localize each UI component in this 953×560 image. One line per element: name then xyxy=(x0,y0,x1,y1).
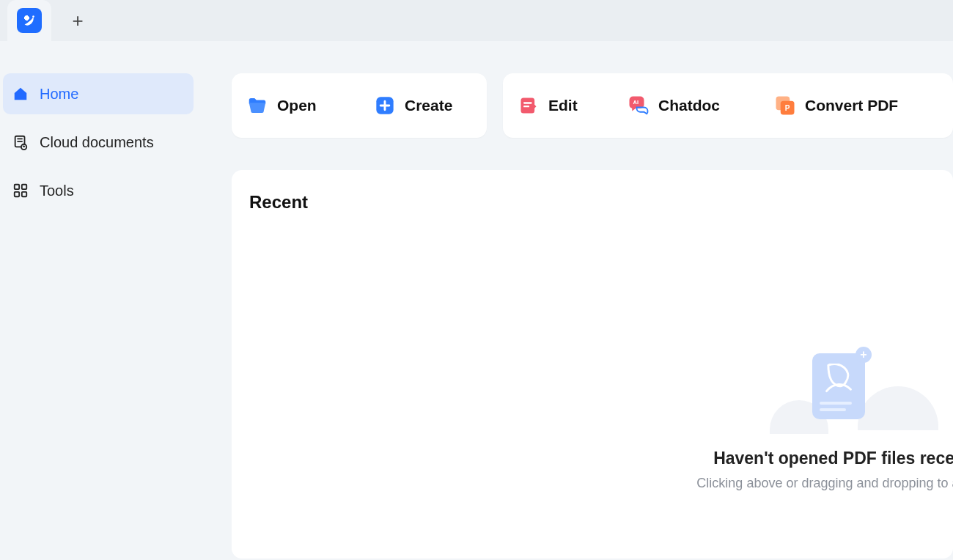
svg-rect-4 xyxy=(15,185,19,189)
sidebar-item-tools[interactable]: Tools xyxy=(3,170,194,211)
action-label: Create xyxy=(405,97,452,114)
sidebar-item-cloud-documents[interactable]: Cloud documents xyxy=(3,122,194,163)
svg-rect-7 xyxy=(22,192,26,196)
sidebar-item-label: Cloud documents xyxy=(40,134,154,151)
sidebar-item-label: Tools xyxy=(40,183,74,199)
plus-icon: + xyxy=(72,10,83,32)
app-logo-icon xyxy=(17,8,42,33)
titlebar: + xyxy=(0,0,953,41)
chatdoc-button[interactable]: AI Chatdoc xyxy=(613,73,759,138)
cloud-documents-icon xyxy=(12,133,29,151)
tab-app-home[interactable] xyxy=(7,0,51,41)
svg-text:P: P xyxy=(785,104,790,112)
svg-rect-5 xyxy=(22,185,26,189)
empty-subtext: Clicking above or dragging and dropping … xyxy=(585,476,953,491)
folder-open-icon xyxy=(246,95,268,117)
empty-illustration: + xyxy=(776,353,922,434)
tools-icon xyxy=(12,182,29,199)
edit-button[interactable]: Edit xyxy=(503,73,613,138)
action-card-file: Open Create xyxy=(232,73,487,138)
sidebar: Home Cloud documents Tools xyxy=(0,41,199,560)
chatdoc-icon: AI xyxy=(628,95,650,117)
action-label: Chatdoc xyxy=(658,97,720,114)
pdf-add-icon: + xyxy=(812,353,865,419)
svg-text:AI: AI xyxy=(633,99,639,106)
action-label: Convert PDF xyxy=(805,97,898,114)
action-row: Open Create Edit xyxy=(232,73,953,138)
empty-heading: Haven't opened PDF files recently xyxy=(585,449,953,468)
open-button[interactable]: Open xyxy=(232,73,359,138)
recent-empty-state[interactable]: + Haven't opened PDF files recently Clic… xyxy=(585,353,953,491)
edit-document-icon xyxy=(518,95,540,117)
main-content: Open Create Edit xyxy=(199,41,953,560)
convert-pdf-icon: P xyxy=(774,95,796,117)
home-icon xyxy=(12,85,29,103)
sidebar-item-label: Home xyxy=(40,86,78,103)
action-card-tools: Edit AI Chatdoc xyxy=(503,73,953,138)
action-label: Edit xyxy=(548,97,578,114)
new-tab-button[interactable]: + xyxy=(65,7,91,34)
create-button[interactable]: Create xyxy=(359,73,487,138)
convert-pdf-button[interactable]: P Convert PDF xyxy=(759,73,953,138)
sidebar-item-home[interactable]: Home xyxy=(3,73,194,114)
svg-rect-6 xyxy=(15,192,19,196)
recent-panel: Recent + Haven't opened PDF xyxy=(232,170,953,559)
svg-point-0 xyxy=(32,15,34,18)
svg-point-3 xyxy=(23,145,25,147)
create-plus-icon xyxy=(374,95,396,117)
recent-title: Recent xyxy=(249,192,935,213)
action-label: Open xyxy=(277,97,317,114)
